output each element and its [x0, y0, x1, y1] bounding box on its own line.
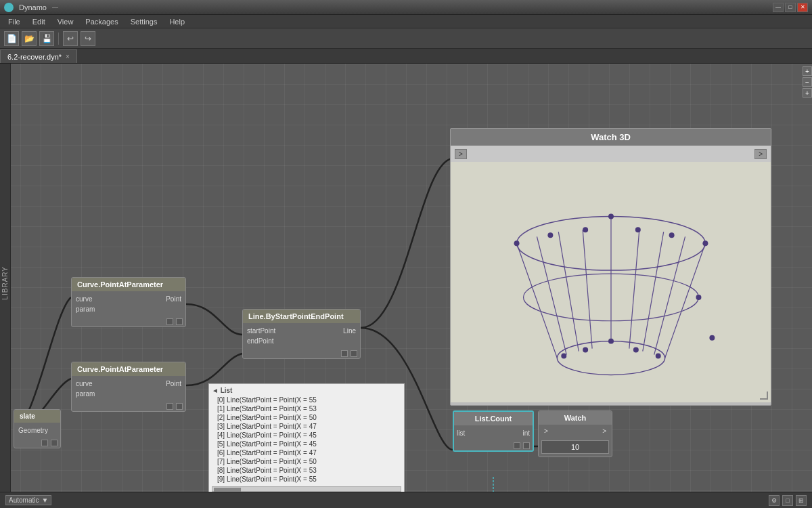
redo-button[interactable]: ↪: [81, 31, 95, 46]
list-item-2: [2] Line(StartPoint = Point(X = 50: [212, 413, 401, 422]
list-item-3: [3] Line(StartPoint = Point(X = 47: [212, 422, 401, 431]
execution-mode-dropdown[interactable]: Automatic ▼: [5, 495, 51, 505]
library-panel[interactable]: LIBRARY: [0, 64, 11, 503]
geo-title: slate: [14, 410, 60, 423]
watch-output-port: >: [600, 426, 609, 436]
svg-point-19: [561, 354, 566, 359]
menu-help[interactable]: Help: [164, 16, 190, 27]
status-icon-3[interactable]: ⊞: [796, 495, 807, 506]
zoom-in-button[interactable]: +: [803, 66, 812, 76]
menu-packages[interactable]: Packages: [80, 16, 123, 27]
menu-edit[interactable]: Edit: [27, 16, 51, 27]
watch-node[interactable]: Watch > > 10: [538, 410, 612, 457]
line-input-endpoint: endPoint: [247, 337, 273, 345]
curve2-icon: [166, 403, 173, 410]
curve1-icon: [166, 318, 173, 325]
svg-point-24: [696, 295, 701, 300]
toolbar: 📄 📂 💾 ↩ ↪: [0, 28, 812, 49]
watch3d-right-button[interactable]: >: [754, 149, 767, 159]
curve1-icon2: [176, 318, 183, 325]
svg-point-12: [514, 240, 520, 246]
listcount-node[interactable]: List.Count list int: [453, 410, 534, 452]
menu-settings[interactable]: Settings: [125, 16, 163, 27]
listcount-icon: [514, 442, 520, 449]
line-icon2: [351, 350, 357, 357]
line-output-line: Line: [343, 327, 356, 335]
undo-button[interactable]: ↩: [63, 31, 78, 46]
curve2-output-point: Point: [166, 380, 181, 387]
geo-icon: [41, 440, 48, 446]
tab-close-button[interactable]: ×: [66, 53, 70, 60]
tab-bar: 6.2-recover.dyn* ×: [0, 49, 812, 64]
curve1-title: Curve.PointAtParameter: [72, 278, 185, 291]
curve1-output-point: Point: [166, 295, 181, 303]
curve1-node[interactable]: Curve.PointAtParameter curve Point param: [71, 277, 186, 327]
menu-view[interactable]: View: [52, 16, 79, 27]
zoom-out-button[interactable]: −: [803, 77, 812, 87]
line-node[interactable]: Line.ByStartPointEndPoint startPoint Lin…: [242, 309, 361, 359]
geo-port: Geometry: [18, 427, 48, 434]
right-controls: + − +: [801, 64, 812, 100]
listcount-icon2: [523, 442, 530, 449]
curve2-title: Curve.PointAtParameter: [72, 362, 185, 376]
menu-bar: File Edit View Packages Settings Help: [0, 15, 812, 28]
list-item-1: [1] Line(StartPoint = Point(X = 53: [212, 404, 401, 413]
curve2-icon2: [176, 403, 183, 410]
list-popup-scrollbar[interactable]: [212, 486, 401, 492]
svg-point-13: [547, 232, 553, 238]
list-item-9: [9] Line(StartPoint = Point(X = 55: [212, 475, 401, 484]
svg-point-18: [702, 240, 708, 246]
watch3d-viewport[interactable]: [451, 162, 771, 402]
maximize-button[interactable]: □: [785, 3, 796, 12]
svg-point-16: [635, 227, 641, 232]
svg-line-6: [583, 230, 592, 348]
execution-mode-label: Automatic: [9, 496, 39, 504]
svg-point-14: [583, 227, 588, 232]
listcount-title: List.Count: [454, 412, 533, 425]
svg-point-21: [608, 339, 614, 344]
curve2-input-curve: curve: [76, 380, 92, 387]
minimize-button[interactable]: —: [773, 3, 784, 12]
status-icon-1[interactable]: ⚙: [769, 495, 780, 506]
svg-line-9: [643, 232, 664, 351]
new-button[interactable]: 📄: [4, 31, 19, 46]
list-item-5: [5] Line(StartPoint = Point(X = 45: [212, 440, 401, 448]
svg-line-8: [629, 230, 639, 348]
fit-view-button[interactable]: +: [803, 88, 812, 98]
library-label: LIBRARY: [1, 266, 9, 300]
watch-input-port: >: [541, 426, 551, 436]
canvas-area[interactable]: LIBRARY + − + Watch 3D > >: [0, 64, 812, 503]
svg-point-25: [709, 335, 715, 341]
list-item-6: [6] Line(StartPoint = Point(X = 47: [212, 448, 401, 457]
line-title: Line.ByStartPointEndPoint: [243, 310, 360, 323]
list-item-7: [7] Line(StartPoint = Point(X = 50: [212, 457, 401, 466]
curve2-node[interactable]: Curve.PointAtParameter curve Point param: [71, 362, 186, 412]
list-popup-header: ◄ List: [212, 387, 401, 394]
list-item-4: [4] Line(StartPoint = Point(X = 45: [212, 431, 401, 440]
curve1-input-param: param: [76, 305, 95, 313]
watch3d-left-button[interactable]: >: [455, 149, 467, 159]
list-popup: ◄ List [0] Line(StartPoint = Point(X = 5…: [208, 383, 405, 495]
close-button[interactable]: ✕: [797, 3, 808, 12]
list-item-8: [8] Line(StartPoint = Point(X = 53: [212, 466, 401, 475]
svg-point-23: [656, 354, 661, 359]
status-icon-2[interactable]: □: [782, 495, 793, 506]
watch3d-title: Watch 3D: [451, 129, 771, 146]
title-bar: Dynamo — — □ ✕: [0, 0, 812, 15]
watch3d-panel: Watch 3D > >: [450, 128, 771, 406]
list-item-0: [0] Line(StartPoint = Point(X = 55: [212, 396, 401, 404]
execution-mode-arrow: ▼: [41, 496, 48, 504]
toolbar-separator: [58, 33, 59, 45]
svg-line-10: [654, 236, 685, 354]
menu-file[interactable]: File: [3, 16, 26, 27]
wireframe-visualization: [451, 162, 771, 402]
svg-point-17: [669, 232, 675, 238]
geo-node[interactable]: slate Geometry: [14, 409, 61, 448]
listcount-output-int: int: [522, 429, 530, 437]
tab-main[interactable]: 6.2-recover.dyn* ×: [0, 49, 77, 63]
save-button[interactable]: 💾: [39, 31, 54, 46]
app-title: Dynamo: [19, 3, 47, 12]
curve1-input-curve: curve: [76, 295, 92, 303]
open-button[interactable]: 📂: [22, 31, 37, 46]
status-bar: Automatic ▼ ⚙ □ ⊞: [0, 492, 812, 508]
